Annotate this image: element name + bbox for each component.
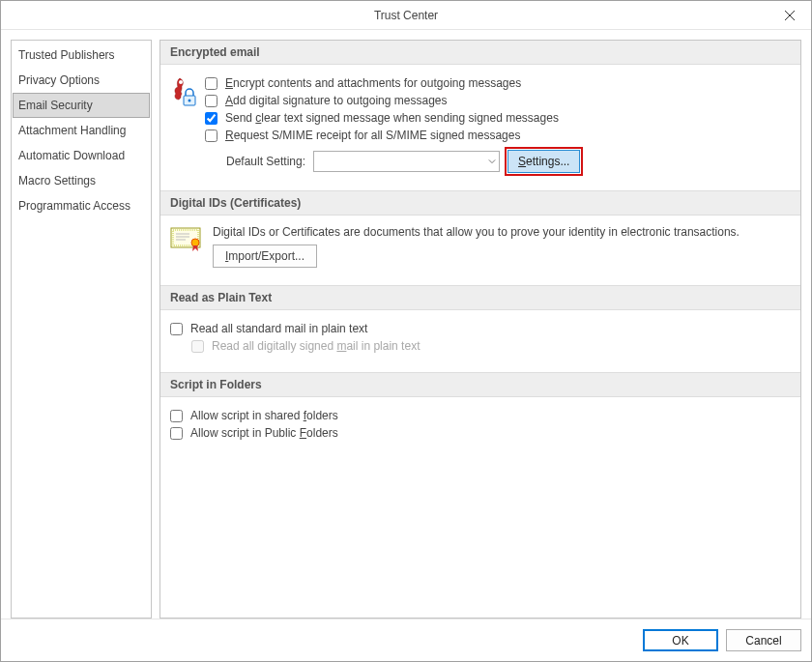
checkbox-row-script-shared: Allow script in shared folders: [170, 407, 791, 424]
checkbox-add-signature[interactable]: [205, 95, 218, 107]
sidebar-item-email-security[interactable]: Email Security: [13, 93, 150, 118]
svg-point-4: [188, 100, 191, 102]
ribbon-lock-icon: [170, 76, 197, 112]
trust-center-window: Trust Center Trusted Publishers Privacy …: [0, 0, 812, 662]
group-header-encrypted-email: Encrypted email: [160, 41, 800, 65]
section-digital-ids: Digital IDs or Certificates are document…: [160, 216, 800, 285]
close-icon: [785, 11, 795, 20]
checkbox-row-add-signature: Add digital signature to outgoing messag…: [205, 92, 791, 109]
label-script-public: Allow script in Public Folders: [190, 426, 338, 440]
window-title: Trust Center: [374, 9, 438, 22]
cancel-button[interactable]: Cancel: [726, 629, 801, 651]
sidebar-item-macro-settings[interactable]: Macro Settings: [13, 168, 150, 193]
checkbox-read-standard[interactable]: [170, 323, 183, 335]
default-setting-row: Default Setting: Settings...: [226, 150, 791, 173]
label-script-shared: Allow script in shared folders: [190, 409, 338, 422]
sidebar-item-programmatic-access[interactable]: Programmatic Access: [13, 193, 150, 218]
checkbox-script-shared[interactable]: [170, 410, 183, 422]
sidebar-item-automatic-download[interactable]: Automatic Download: [13, 143, 150, 168]
section-script-folders: Allow script in shared folders Allow scr…: [160, 397, 800, 459]
checkbox-read-signed: [191, 340, 204, 353]
dialog-body: Trusted Publishers Privacy Options Email…: [1, 30, 811, 619]
section-encrypted-email: Encrypt contents and attachments for out…: [160, 65, 800, 190]
ok-button[interactable]: OK: [643, 629, 718, 651]
import-export-button[interactable]: Import/Export...: [213, 245, 317, 268]
group-header-read-plain-text: Read as Plain Text: [160, 285, 800, 310]
checkbox-encrypt-contents[interactable]: [205, 77, 218, 90]
sidebar-item-privacy-options[interactable]: Privacy Options: [13, 68, 150, 93]
default-setting-combo[interactable]: [313, 151, 500, 172]
checkbox-script-public[interactable]: [170, 427, 183, 440]
certificate-icon: [170, 225, 203, 255]
svg-point-10: [191, 239, 199, 246]
label-read-signed: Read all digitally signed mail in plain …: [212, 339, 420, 353]
label-add-signature: Add digital signature to outgoing messag…: [225, 94, 448, 107]
close-button[interactable]: [768, 1, 811, 30]
label-read-standard: Read all standard mail in plain text: [190, 322, 367, 335]
sidebar: Trusted Publishers Privacy Options Email…: [11, 40, 152, 619]
checkbox-send-clear[interactable]: [205, 112, 218, 125]
checkbox-row-script-public: Allow script in Public Folders: [170, 424, 791, 442]
checkbox-row-request-receipt: Request S/MIME receipt for all S/MIME si…: [205, 127, 791, 144]
checkbox-row-read-standard: Read all standard mail in plain text: [170, 320, 791, 337]
section-read-plain-text: Read all standard mail in plain text Rea…: [160, 310, 800, 372]
label-encrypt-contents: Encrypt contents and attachments for out…: [225, 76, 521, 90]
group-header-digital-ids: Digital IDs (Certificates): [160, 190, 800, 216]
sidebar-item-trusted-publishers[interactable]: Trusted Publishers: [13, 43, 150, 68]
group-header-script-folders: Script in Folders: [160, 372, 800, 397]
svg-point-2: [179, 80, 183, 84]
label-request-receipt: Request S/MIME receipt for all S/MIME si…: [225, 129, 520, 142]
chevron-down-icon: [488, 158, 496, 165]
checkbox-request-receipt[interactable]: [205, 130, 218, 142]
content-pane: Encrypted email: [160, 40, 801, 619]
sidebar-item-attachment-handling[interactable]: Attachment Handling: [13, 118, 150, 143]
dialog-footer: OK Cancel: [1, 619, 811, 661]
checkbox-row-encrypt-contents: Encrypt contents and attachments for out…: [205, 74, 791, 92]
settings-button[interactable]: Settings...: [508, 150, 580, 173]
titlebar: Trust Center: [1, 1, 811, 30]
label-send-clear: Send clear text signed message when send…: [225, 111, 559, 125]
checkbox-row-read-signed: Read all digitally signed mail in plain …: [191, 337, 791, 355]
digital-ids-description: Digital IDs or Certificates are document…: [213, 225, 791, 239]
checkbox-row-send-clear: Send clear text signed message when send…: [205, 109, 791, 127]
default-setting-label: Default Setting:: [226, 155, 305, 168]
